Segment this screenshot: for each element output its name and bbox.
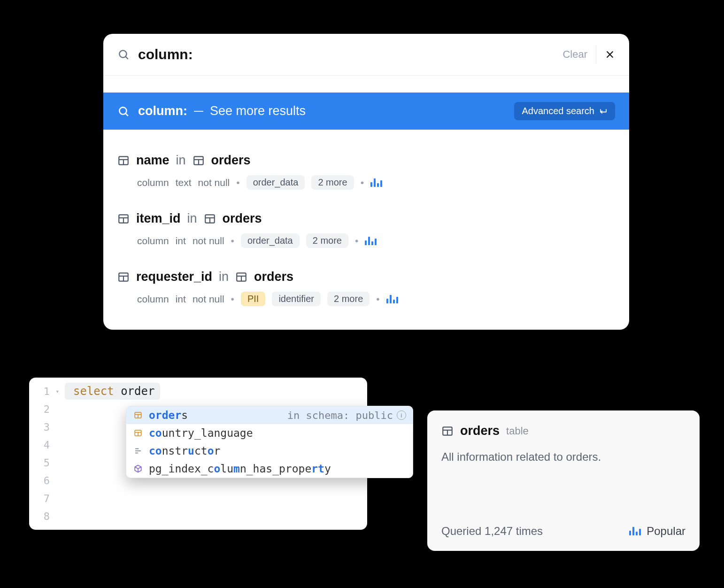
kind-label: column	[137, 294, 169, 305]
table-detail-popover: orders table All information related to …	[427, 410, 700, 551]
fold-icon[interactable]: ▾	[55, 387, 65, 395]
result-meta: column text not null • order_data2 more …	[137, 175, 615, 190]
table-icon	[441, 425, 454, 437]
table-name: orders	[254, 270, 293, 284]
table-icon	[117, 213, 130, 225]
search-icon	[117, 48, 130, 61]
autocomplete-item[interactable]: pg_index_column_has_property	[126, 460, 413, 478]
table-name: orders	[223, 211, 262, 226]
highlight-prefix: column:	[138, 104, 187, 118]
bars-icon	[629, 527, 641, 535]
line-number: 7	[29, 493, 55, 504]
detail-queried: Queried 1,247 times	[441, 525, 543, 538]
null-label: not null	[193, 235, 224, 247]
table-name: orders	[211, 153, 251, 168]
popular-badge: Popular	[629, 525, 685, 538]
autocomplete-hint: in schema: public i	[287, 410, 406, 421]
result-meta: column int not null • PIIidentifier2 mor…	[137, 292, 615, 306]
search-result[interactable]: name in orders column text not null • or…	[117, 132, 615, 190]
more-chip[interactable]: 2 more	[306, 233, 348, 248]
bars-icon	[365, 237, 377, 245]
tag-chip: order_data	[246, 175, 305, 190]
svg-point-4	[119, 107, 126, 114]
line-number: 2	[29, 403, 55, 415]
see-more-label: See more results	[210, 104, 306, 118]
tag-chip: identifier	[272, 292, 321, 306]
divider	[596, 45, 596, 64]
table-icon	[204, 213, 216, 225]
line-number: 3	[29, 421, 55, 433]
dtype-label: int	[176, 235, 186, 247]
line-number: 5	[29, 457, 55, 469]
line-number: 1	[29, 386, 55, 397]
svg-line-1	[126, 57, 128, 59]
search-result[interactable]: requester_id in orders column int not nu…	[117, 248, 615, 306]
search-input[interactable]	[138, 46, 554, 62]
column-name: requester_id	[136, 270, 212, 284]
null-label: not null	[193, 294, 224, 305]
detail-type: table	[506, 425, 529, 437]
in-label: in	[219, 270, 229, 284]
search-bar: Clear	[103, 34, 629, 76]
code-line[interactable]: 8	[29, 507, 367, 525]
enter-icon	[599, 107, 608, 116]
dtype-label: text	[176, 177, 192, 188]
autocomplete-label: country_language	[149, 427, 253, 439]
info-icon[interactable]: i	[397, 410, 406, 420]
search-result[interactable]: item_id in orders column int not null • …	[117, 190, 615, 248]
advanced-search-button[interactable]: Advanced search	[514, 102, 615, 120]
line-number: 6	[29, 475, 55, 487]
detail-name: orders	[460, 424, 500, 438]
kind-label: column	[137, 177, 169, 188]
more-chip[interactable]: 2 more	[311, 175, 354, 190]
autocomplete-label: pg_index_column_has_property	[149, 463, 331, 475]
bars-icon	[370, 178, 382, 187]
more-chip[interactable]: 2 more	[327, 292, 370, 306]
autocomplete-popup: orders in schema: public i country_langu…	[126, 406, 413, 478]
results-list: name in orders column text not null • or…	[103, 130, 629, 330]
search-icon	[117, 105, 130, 117]
pii-chip: PII	[241, 292, 265, 306]
column-name: item_id	[136, 211, 181, 226]
table-icon	[133, 428, 143, 438]
result-meta: column int not null • order_data2 more •	[137, 233, 615, 248]
tag-chip: order_data	[241, 233, 300, 248]
table-icon	[133, 410, 143, 420]
column-name: name	[136, 153, 169, 168]
in-label: in	[176, 153, 186, 168]
table-icon	[117, 271, 130, 283]
autocomplete-label: orders	[149, 409, 188, 421]
autocomplete-item[interactable]: constructor	[126, 442, 413, 460]
line-number: 8	[29, 511, 55, 522]
svg-line-5	[126, 113, 128, 116]
in-label: in	[187, 211, 197, 226]
table-icon	[117, 155, 130, 167]
svg-point-0	[119, 50, 126, 57]
null-label: not null	[198, 177, 230, 188]
dash-icon	[194, 111, 203, 112]
search-panel: Clear column: See more results Advan	[103, 34, 629, 330]
see-more-row[interactable]: column: See more results Advanced search	[103, 93, 629, 130]
snippet-icon	[133, 446, 143, 456]
close-button[interactable]	[605, 49, 615, 60]
clear-button[interactable]: Clear	[562, 48, 587, 61]
code-line[interactable]: 7	[29, 489, 367, 507]
autocomplete-label: constructor	[149, 445, 220, 457]
autocomplete-item[interactable]: country_language	[126, 424, 413, 442]
code-line[interactable]: 1 ▾ select order	[29, 382, 367, 400]
detail-description: All information related to orders.	[441, 450, 685, 464]
dtype-label: int	[176, 294, 186, 305]
cube-icon	[133, 464, 143, 474]
table-icon	[193, 155, 205, 167]
autocomplete-item[interactable]: orders in schema: public i	[126, 406, 413, 424]
kind-label: column	[137, 235, 169, 247]
bars-icon	[386, 295, 398, 303]
table-icon	[235, 271, 247, 283]
line-number: 4	[29, 439, 55, 451]
